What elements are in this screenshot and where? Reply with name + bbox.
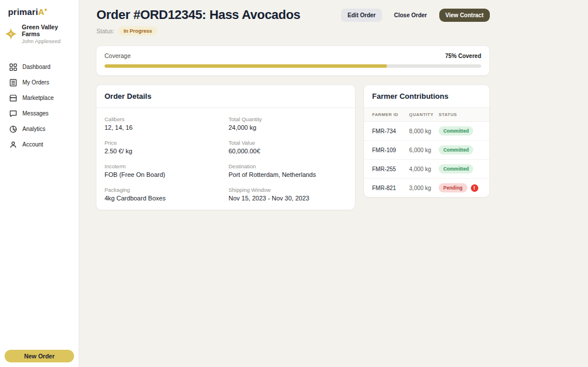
field-value: 4kg Cardboard Boxes bbox=[105, 195, 223, 202]
logo-text: primari bbox=[8, 7, 38, 17]
sidebar-item-label: Analytics bbox=[22, 126, 45, 132]
storefront-icon bbox=[9, 94, 17, 102]
pie-chart-icon bbox=[9, 125, 17, 133]
sidebar-nav: Dashboard My Orders Marketplace Messages bbox=[0, 59, 79, 152]
sidebar-item-label: Marketplace bbox=[22, 95, 53, 101]
sidebar-item-label: Messages bbox=[22, 110, 49, 117]
sidebar-item-account[interactable]: Account bbox=[0, 137, 79, 152]
quantity-cell: 6,000 kg bbox=[405, 141, 439, 160]
column-header-status: Status bbox=[439, 108, 489, 122]
status-label: Status: bbox=[96, 28, 114, 34]
farmer-id-cell: FMR-255 bbox=[364, 160, 405, 179]
field-value: FOB (Free On Board) bbox=[105, 171, 223, 178]
farmer-contributions-card: Farmer Contributions Farmer ID Quantity … bbox=[363, 84, 490, 198]
quantity-cell: 3,000 kg bbox=[405, 179, 439, 198]
coverage-progress-track bbox=[105, 64, 481, 68]
table-row[interactable]: FMR-734 8,000 kg Committed bbox=[364, 122, 489, 141]
org-star-icon bbox=[3, 26, 18, 41]
farmer-id-cell: FMR-821 bbox=[364, 179, 405, 198]
new-order-button[interactable]: New Order bbox=[5, 350, 74, 362]
table-row[interactable]: FMR-821 3,000 kg Pending! bbox=[364, 179, 489, 198]
user-profile[interactable]: Green Valley Farms John Appleseed bbox=[0, 19, 79, 50]
farmer-id-cell: FMR-109 bbox=[364, 141, 405, 160]
column-header-quantity: Quantity bbox=[405, 108, 439, 122]
sidebar-item-my-orders[interactable]: My Orders bbox=[0, 75, 79, 90]
orders-list-icon bbox=[9, 79, 17, 87]
header-actions: Edit Order Close Order View Contract bbox=[341, 9, 490, 22]
field-label: Total Value bbox=[229, 140, 347, 146]
field-label: Shipping Window bbox=[229, 187, 347, 193]
field-total-value: Total Value 60,000.00€ bbox=[229, 140, 347, 154]
sidebar-item-label: My Orders bbox=[22, 79, 49, 86]
dashboard-grid-icon bbox=[9, 63, 17, 71]
field-label: Packaging bbox=[105, 187, 223, 193]
sidebar-item-label: Account bbox=[22, 141, 43, 148]
page-header: Order #ORD12345: Hass Avocados Status: I… bbox=[96, 7, 490, 36]
field-label: Calibers bbox=[105, 116, 223, 122]
field-shipping-window: Shipping Window Nov 15, 2023 - Nov 30, 2… bbox=[229, 187, 347, 202]
coverage-percent-text: 75% Covered bbox=[445, 53, 481, 59]
coverage-progress-fill bbox=[105, 64, 387, 68]
field-price: Price 2.50 €/ kg bbox=[105, 140, 223, 154]
sidebar-item-label: Dashboard bbox=[22, 64, 51, 70]
status-badge: Pending bbox=[439, 183, 467, 192]
order-details-title: Order Details bbox=[105, 92, 347, 101]
field-value: 12, 14, 16 bbox=[105, 124, 223, 131]
quantity-cell: 8,000 kg bbox=[405, 122, 439, 141]
farmer-id-cell: FMR-734 bbox=[364, 122, 405, 141]
table-row[interactable]: FMR-255 4,000 kg Committed bbox=[364, 160, 489, 179]
view-contract-button[interactable]: View Contract bbox=[439, 9, 490, 22]
app-logo: primariA✦ bbox=[0, 0, 79, 19]
org-name: Green Valley Farms bbox=[22, 24, 75, 37]
farmer-contributions-title: Farmer Contributions bbox=[372, 92, 481, 101]
field-total-quantity: Total Quantity 24,000 kg bbox=[229, 116, 347, 131]
person-icon bbox=[9, 141, 17, 149]
farmer-contributions-table: Farmer ID Quantity Status FMR-734 8,000 … bbox=[364, 108, 489, 197]
field-label: Incoterm bbox=[105, 163, 223, 169]
order-details-card: Order Details Calibers 12, 14, 16 Total … bbox=[96, 84, 355, 210]
status-badge: Committed bbox=[439, 164, 473, 173]
page-title: Order #ORD12345: Hass Avocados bbox=[96, 7, 300, 22]
quantity-cell: 4,000 kg bbox=[405, 160, 439, 179]
close-order-button[interactable]: Close Order bbox=[388, 9, 433, 22]
status-badge: Committed bbox=[439, 126, 473, 136]
logo-sparkle-icon: ✦ bbox=[44, 7, 48, 13]
coverage-card: Coverage 75% Covered bbox=[96, 45, 490, 76]
table-row[interactable]: FMR-109 6,000 kg Committed bbox=[364, 141, 489, 160]
field-label: Destination bbox=[229, 163, 347, 169]
main-content: Order #ORD12345: Hass Avocados Status: I… bbox=[79, 0, 588, 367]
field-destination: Destination Port of Rotterdam, Netherlan… bbox=[229, 163, 347, 178]
edit-order-button[interactable]: Edit Order bbox=[341, 9, 382, 22]
sidebar-item-marketplace[interactable]: Marketplace bbox=[0, 90, 79, 106]
field-value: 60,000.00€ bbox=[229, 148, 347, 154]
status-badge: In Progress bbox=[118, 26, 157, 36]
sidebar-item-analytics[interactable]: Analytics bbox=[0, 121, 79, 137]
coverage-label: Coverage bbox=[105, 52, 131, 59]
column-header-farmer-id: Farmer ID bbox=[364, 108, 405, 122]
field-value: 24,000 kg bbox=[229, 124, 347, 131]
field-value: Port of Rotterdam, Netherlands bbox=[229, 171, 347, 178]
field-value: 2.50 €/ kg bbox=[105, 148, 223, 154]
field-incoterm: Incoterm FOB (Free On Board) bbox=[105, 163, 223, 178]
status-badge: Committed bbox=[439, 145, 473, 154]
sidebar-spacer bbox=[0, 152, 79, 345]
table-header-row: Farmer ID Quantity Status bbox=[364, 108, 489, 122]
sidebar-item-messages[interactable]: Messages bbox=[0, 106, 79, 121]
field-value: Nov 15, 2023 - Nov 30, 2023 bbox=[229, 195, 347, 202]
sidebar: primariA✦ Green Valley Farms John Apples… bbox=[0, 0, 79, 367]
sidebar-item-dashboard[interactable]: Dashboard bbox=[0, 59, 79, 75]
field-calibers: Calibers 12, 14, 16 bbox=[105, 116, 223, 131]
field-label: Total Quantity bbox=[229, 116, 347, 122]
chat-bubble-icon bbox=[9, 110, 17, 118]
field-label: Price bbox=[105, 140, 223, 146]
field-packaging: Packaging 4kg Cardboard Boxes bbox=[105, 187, 223, 202]
user-name: John Appleseed bbox=[22, 38, 75, 44]
alert-icon[interactable]: ! bbox=[471, 184, 478, 192]
